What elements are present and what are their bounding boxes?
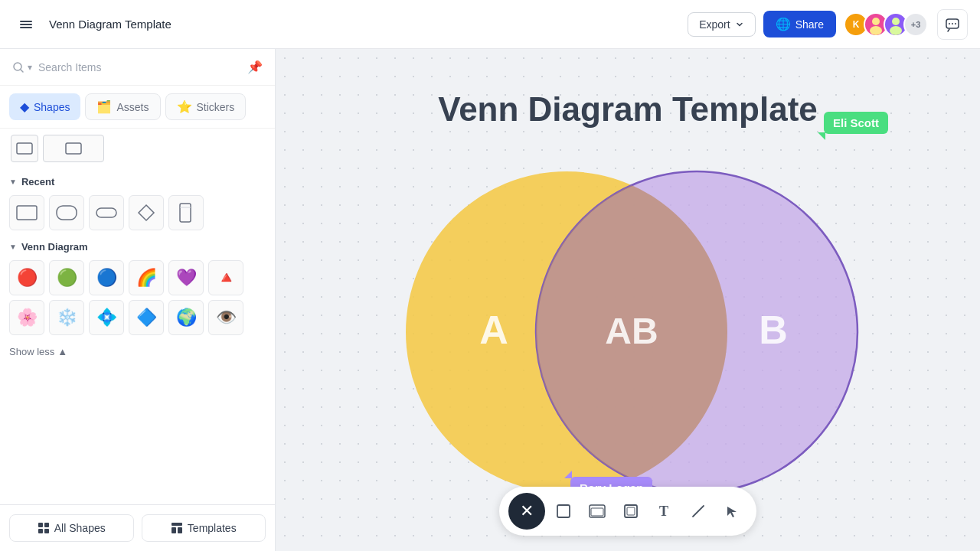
venn-shape-2[interactable]: 🟢 [49,260,84,295]
venn-shape-10[interactable]: 🔷 [129,300,164,335]
canvas-area[interactable]: Venn Diagram Template Eli Scott A AB B [276,49,980,551]
venn-shape-11[interactable]: 🌍 [168,300,204,335]
venn-shape-6[interactable]: 🔺 [208,260,243,295]
svg-rect-20 [44,523,49,527]
venn-shape-5[interactable]: 💜 [168,260,204,295]
search-icon-wrap: ▾ [12,61,32,73]
export-button[interactable]: Export [688,12,755,37]
recent-shape-rect[interactable] [9,195,44,230]
svg-point-6 [890,26,902,35]
grid-icon [38,522,50,534]
svg-rect-37 [627,507,635,515]
svg-point-3 [872,18,880,25]
shape-picker-rect[interactable] [11,135,38,162]
line-tool-icon [691,504,706,519]
svg-rect-13 [66,143,81,154]
all-shapes-button[interactable]: All Shapes [9,514,134,542]
section-recent[interactable]: ▼ Recent [9,176,266,187]
svg-rect-0 [20,21,32,22]
recent-shapes-grid [9,195,266,230]
svg-rect-10 [955,23,956,24]
recent-chevron: ▼ [9,178,17,186]
tab-shapes[interactable]: ◆ Shapes [9,93,80,120]
svg-text:T: T [659,504,668,519]
templates-button[interactable]: Templates [142,514,266,542]
svg-rect-19 [38,523,43,527]
tool-frame[interactable] [616,496,646,527]
templates-icon [171,522,183,534]
pointer-tool-icon [724,504,740,519]
svg-text:A: A [479,308,508,352]
venn-shape-8[interactable]: ❄️ [49,300,84,335]
user-label-eli: Eli Scott [824,112,888,134]
tool-text[interactable]: T [649,496,680,527]
canvas-title: Venn Diagram Template [438,90,818,129]
menu-button[interactable] [12,11,40,38]
venn-shape-3[interactable]: 🔵 [89,260,124,295]
topbar: Venn Diagram Template Export 🌐 Share K +… [0,0,980,49]
pin-icon[interactable]: 📌 [247,60,263,74]
container-tool-icon [589,504,606,518]
topbar-right [937,9,968,40]
recent-shape-doc[interactable] [168,195,204,230]
sidebar: ▾ 📌 ◆ Shapes 🗂️ Assets ⭐ Stickers [0,49,276,551]
search-bar: ▾ 📌 [0,49,275,86]
chat-button[interactable] [937,9,968,40]
collaborators-avatars: K +3 [844,12,928,37]
svg-rect-33 [557,505,570,517]
share-button[interactable]: 🌐 Share [763,11,836,37]
svg-rect-9 [952,23,953,24]
search-input[interactable] [38,61,241,73]
svg-rect-36 [625,505,637,517]
venn-shape-7[interactable]: 🌸 [9,300,44,335]
topbar-actions: Export 🌐 Share K +3 [688,11,928,37]
svg-rect-24 [172,527,176,533]
close-tool-button[interactable]: ✕ [508,493,545,530]
venn-shape-12[interactable]: 👁️ [208,300,243,335]
venn-shape-9[interactable]: 💠 [89,300,124,335]
venn-shape-4[interactable]: 🌈 [129,260,164,295]
venn-shape-1[interactable]: 🔴 [9,260,44,295]
venn-shapes-grid: 🔴 🟢 🔵 🌈 💜 🔺 🌸 ❄️ 💠 🔷 🌍 👁️ [9,260,266,335]
svg-rect-16 [96,208,116,217]
document-title: Venn Diagram Template [49,18,678,31]
sidebar-scroll: ▼ Recent [0,165,275,504]
sidebar-bottom: All Shapes Templates [0,504,275,551]
svg-marker-17 [139,205,154,220]
svg-line-39 [693,506,704,517]
main-layout: ▾ 📌 ◆ Shapes 🗂️ Assets ⭐ Stickers [0,49,980,551]
tool-line[interactable] [683,496,714,527]
venn-diagram: A AB B [360,148,896,516]
svg-point-4 [870,26,882,35]
svg-text:B: B [759,308,788,352]
avatar-overflow-count: +3 [903,12,928,37]
venn-chevron: ▼ [9,243,17,251]
svg-rect-21 [38,529,43,533]
recent-shape-pill[interactable] [89,195,124,230]
svg-rect-15 [57,206,77,220]
svg-rect-25 [178,527,182,533]
section-venn-diagram[interactable]: ▼ Venn Diagram [9,241,266,253]
svg-rect-14 [17,206,37,220]
bottom-toolbar: ✕ T [499,487,756,536]
tab-assets[interactable]: 🗂️ Assets [85,93,160,120]
recent-shape-rounded-rect[interactable] [49,195,84,230]
shape-picker-text[interactable] [43,135,104,162]
show-less-button[interactable]: Show less ▲ [9,346,266,357]
svg-rect-1 [20,24,32,25]
chevron-up-icon: ▲ [57,346,67,357]
tool-pointer[interactable] [717,496,747,527]
tab-stickers[interactable]: ⭐ Stickers [165,93,247,120]
svg-point-5 [892,18,900,25]
svg-rect-35 [591,508,603,516]
svg-rect-23 [172,523,182,526]
sidebar-tabs: ◆ Shapes 🗂️ Assets ⭐ Stickers [0,86,275,129]
tool-container[interactable] [582,496,612,527]
rect-tool-icon [556,504,571,519]
x-icon: ✕ [520,501,534,521]
tool-rect[interactable] [548,496,579,527]
recent-shape-diamond[interactable] [129,195,164,230]
frame-tool-icon [623,504,639,519]
search-icon [12,61,24,73]
svg-text:AB: AB [605,311,658,351]
